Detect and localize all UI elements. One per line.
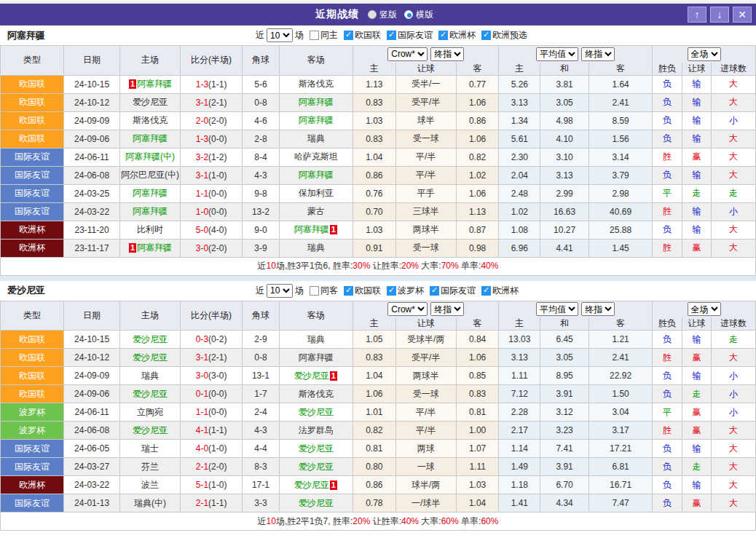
- league-checkbox-1[interactable]: [387, 31, 396, 40]
- away-team-cell: 阿塞拜疆: [279, 93, 353, 111]
- result-goals-cell: 走: [712, 331, 756, 349]
- radio-vertical-layout[interactable]: [368, 10, 377, 19]
- result-text: 负: [663, 443, 672, 454]
- full-time-score: 3-1: [196, 170, 208, 181]
- league-checkbox-0[interactable]: [344, 31, 353, 40]
- half-time-score: (1-0): [208, 443, 227, 454]
- league-checkbox-0[interactable]: [344, 286, 353, 296]
- home-team-cell: 爱沙尼亚: [120, 349, 181, 367]
- company-select[interactable]: Crow*: [387, 47, 428, 61]
- radio-horizontal-layout[interactable]: [404, 10, 413, 19]
- radio-horizontal-label[interactable]: 横版: [416, 9, 433, 21]
- move-up-button[interactable]: ↑: [688, 7, 706, 23]
- half-time-score: (1-1): [208, 425, 227, 435]
- average-odds-cell: 3.79: [589, 166, 653, 184]
- same-venue-checkbox[interactable]: [310, 31, 319, 40]
- company-odds-cell: 1.06: [456, 349, 499, 367]
- type-cell: 国际友谊: [1, 458, 64, 476]
- company-odds-cell: 1.06: [353, 385, 395, 403]
- date-cell: 24-10-15: [64, 75, 120, 93]
- company-odds-cell: 0.87: [456, 221, 499, 239]
- away-team-cell: 哈萨克斯坦: [279, 148, 353, 166]
- full-time-score: 4-0: [196, 443, 208, 454]
- result-wdl-cell: 胜: [653, 239, 682, 257]
- away-team-name: 保加利亚: [299, 188, 334, 198]
- result-text: 走: [692, 462, 701, 472]
- result-text: 平: [663, 188, 672, 198]
- corner-cell: 13-2: [243, 202, 280, 221]
- league-checkbox-2[interactable]: [438, 31, 448, 40]
- result-text: 输: [692, 170, 701, 180]
- type-cell: 国际友谊: [1, 494, 64, 513]
- half-time-score: (1-0): [208, 170, 227, 181]
- result-handicap-cell: 输: [682, 166, 712, 184]
- corner-cell: 2-4: [243, 403, 280, 422]
- average-odds-cell: 22.92: [589, 367, 653, 385]
- close-button[interactable]: ✕: [733, 7, 752, 23]
- result-text: 负: [663, 115, 672, 125]
- result-text: 胜: [663, 151, 672, 162]
- home-team-name: 立陶宛: [137, 407, 163, 417]
- full-match-group: 全场: [653, 301, 756, 317]
- score-cell: 3-1(1-0): [181, 166, 243, 184]
- average-odds-cell: 3.13: [540, 166, 589, 184]
- full-match-select[interactable]: 全场: [688, 302, 721, 316]
- red-card-badge: 1: [129, 243, 136, 253]
- corner-cell: 9-8: [243, 184, 280, 202]
- average-select[interactable]: 平均值: [536, 47, 578, 61]
- league-checkbox-3[interactable]: [481, 31, 491, 40]
- score-cell: 0-1(0-0): [181, 385, 243, 403]
- radio-vertical-label[interactable]: 竖版: [379, 9, 397, 21]
- result-text: 走: [729, 188, 738, 198]
- league-label-1: 波罗杯: [398, 285, 424, 297]
- result-text: 输: [692, 115, 701, 125]
- away-team-name: 哈萨克斯坦: [294, 151, 338, 162]
- company-odds-cell: 0.70: [353, 202, 395, 221]
- recent-count-select[interactable]: 10: [267, 28, 293, 42]
- average-odds-cell: 7.47: [589, 494, 653, 513]
- move-down-button[interactable]: ↓: [710, 7, 729, 23]
- average-select[interactable]: 平均值: [536, 302, 578, 316]
- average-odds-cell: 1.02: [499, 202, 540, 221]
- filter-bar: 近10场同主欧国联国际友谊欧洲杯欧洲预选: [255, 28, 528, 42]
- type-cell: 国际友谊: [1, 202, 64, 221]
- company-select[interactable]: Crow*: [387, 302, 428, 316]
- away-team-cell: 法罗群岛: [279, 422, 353, 440]
- corner-cell: 0-8: [243, 93, 280, 111]
- same-venue-checkbox[interactable]: [310, 286, 319, 296]
- section-header-bar: 阿塞拜疆近10场同主欧国联国际友谊欧洲杯欧洲预选: [0, 25, 756, 45]
- final-odds-select[interactable]: 终指: [430, 302, 464, 316]
- result-goals-cell: 大: [712, 239, 756, 257]
- company-odds-cell: 受一球: [395, 239, 456, 257]
- league-checkbox-2[interactable]: [430, 286, 439, 296]
- league-checkbox-1[interactable]: [387, 286, 396, 296]
- result-text: 大: [729, 170, 738, 180]
- date-cell: 24-06-08: [64, 166, 120, 184]
- type-cell: 欧国联: [1, 367, 64, 385]
- average-odds-cell: 4.98: [540, 111, 589, 130]
- final-odds-select-2[interactable]: 终指: [581, 302, 615, 316]
- result-text: 赢: [692, 242, 701, 253]
- final-odds-select[interactable]: 终指: [430, 47, 464, 61]
- full-match-select[interactable]: 全场: [688, 47, 721, 61]
- same-venue-label: 同主: [320, 29, 338, 41]
- match-row: 波罗杯24-06-08爱沙尼亚4-1(1-1)4-3法罗群岛0.82平/半1.0…: [1, 422, 756, 440]
- league-checkbox-3[interactable]: [481, 286, 491, 296]
- recent-count-select[interactable]: 10: [267, 284, 293, 298]
- average-odds-cell: 3.23: [540, 422, 589, 440]
- full-time-score: 2-1: [196, 498, 208, 508]
- company-odds-cell: 0.77: [456, 75, 499, 93]
- score-cell: 3-0(2-0): [181, 239, 243, 257]
- result-wdl-cell: 负: [653, 166, 682, 184]
- result-text: 大: [729, 151, 738, 162]
- result-text: 输: [692, 371, 701, 381]
- final-odds-select-2[interactable]: 终指: [581, 47, 615, 61]
- result-text: 输: [692, 334, 701, 344]
- company-odds-cell: 0.98: [456, 239, 499, 257]
- company-odds-cell: 两球: [395, 440, 456, 458]
- corner-cell: 3-3: [243, 494, 280, 513]
- col-avg-home: 主: [499, 317, 540, 331]
- result-goals-cell: 小: [712, 403, 756, 422]
- company-odds-cell: 受一球: [395, 385, 456, 403]
- average-odds-cell: 3.91: [540, 458, 589, 476]
